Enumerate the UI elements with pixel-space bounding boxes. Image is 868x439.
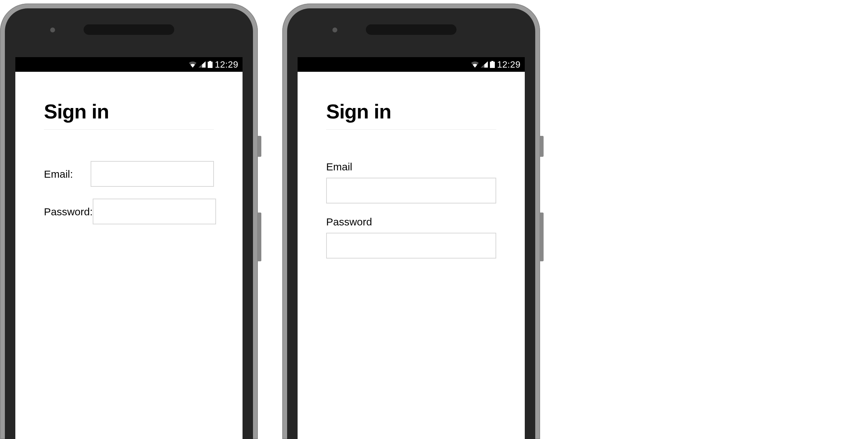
camera-icon — [332, 28, 337, 32]
svg-rect-3 — [491, 61, 493, 62]
phone-screen: 12:29 Sign in Email Password — [298, 57, 525, 439]
phone-side-button — [258, 213, 261, 261]
phone-side-button — [258, 136, 261, 157]
phone-side-button — [540, 136, 544, 157]
phone-mockup-stacked-labels: 12:29 Sign in Email Password — [282, 3, 540, 439]
screen-content: Sign in Email: Password: — [15, 72, 243, 224]
android-status-bar: 12:29 — [298, 57, 525, 72]
wifi-icon — [189, 61, 197, 68]
password-field[interactable] — [326, 233, 496, 259]
email-label: Email: — [44, 168, 91, 180]
wifi-icon — [471, 61, 479, 68]
email-label: Email — [326, 161, 496, 173]
status-bar-clock: 12:29 — [215, 59, 238, 70]
password-row: Password — [326, 216, 496, 259]
phone-side-button — [540, 213, 544, 261]
password-field[interactable] — [93, 199, 216, 224]
android-status-bar: 12:29 — [15, 57, 243, 72]
phone-screen: 12:29 Sign in Email: Password: — [15, 57, 243, 439]
phone-inner-shell: 12:29 Sign in Email Password — [287, 8, 535, 439]
title-divider — [44, 129, 214, 130]
svg-rect-0 — [208, 62, 213, 68]
status-bar-clock: 12:29 — [497, 59, 521, 70]
cellular-icon — [199, 61, 206, 68]
page-title: Sign in — [44, 100, 214, 129]
email-row: Email: — [44, 161, 214, 187]
battery-icon — [208, 61, 213, 68]
screen-content: Sign in Email Password — [298, 72, 525, 259]
password-label: Password: — [44, 205, 93, 218]
password-row: Password: — [44, 199, 214, 224]
page-title: Sign in — [326, 100, 496, 129]
svg-rect-1 — [209, 61, 211, 62]
speaker-icon — [366, 24, 456, 35]
email-field[interactable] — [326, 178, 496, 203]
phone-inner-shell: 12:29 Sign in Email: Password: — [5, 8, 253, 439]
password-label: Password — [326, 216, 496, 228]
phone-mockup-inline-labels: 12:29 Sign in Email: Password: — [0, 3, 258, 439]
camera-icon — [50, 28, 55, 32]
battery-icon — [490, 61, 495, 68]
email-row: Email — [326, 161, 496, 203]
email-field[interactable] — [91, 161, 214, 187]
speaker-icon — [84, 24, 174, 35]
title-divider — [326, 129, 496, 130]
comparison-canvas: 12:29 Sign in Email: Password: — [0, 0, 868, 439]
cellular-icon — [481, 61, 488, 68]
svg-rect-2 — [490, 62, 495, 68]
